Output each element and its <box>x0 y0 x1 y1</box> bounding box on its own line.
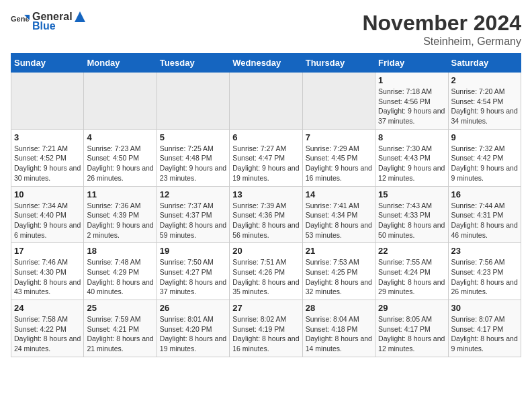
day-cell-10: 10Sunrise: 7:34 AM Sunset: 4:40 PM Dayli… <box>11 186 84 243</box>
day-cell-19: 19Sunrise: 7:50 AM Sunset: 4:27 PM Dayli… <box>157 243 229 300</box>
day-number: 8 <box>378 132 445 142</box>
logo-triangle-icon <box>74 11 86 23</box>
day-cell-1: 1Sunrise: 7:18 AM Sunset: 4:56 PM Daylig… <box>375 73 448 130</box>
day-cell-9: 9Sunrise: 7:32 AM Sunset: 4:42 PM Daylig… <box>448 129 521 186</box>
day-info: Sunrise: 7:59 AM Sunset: 4:21 PM Dayligh… <box>87 314 153 354</box>
day-header-wednesday: Wednesday <box>230 54 302 73</box>
week-row-3: 10Sunrise: 7:34 AM Sunset: 4:40 PM Dayli… <box>11 186 521 243</box>
day-cell-11: 11Sunrise: 7:36 AM Sunset: 4:39 PM Dayli… <box>84 186 157 243</box>
day-cell-30: 30Sunrise: 8:07 AM Sunset: 4:17 PM Dayli… <box>448 300 521 357</box>
day-info: Sunrise: 7:25 AM Sunset: 4:48 PM Dayligh… <box>160 144 226 183</box>
day-info: Sunrise: 7:51 AM Sunset: 4:26 PM Dayligh… <box>232 257 299 297</box>
day-cell-24: 24Sunrise: 7:58 AM Sunset: 4:22 PM Dayli… <box>11 300 84 357</box>
day-number: 14 <box>306 189 372 199</box>
day-info: Sunrise: 7:50 AM Sunset: 4:27 PM Dayligh… <box>160 257 226 297</box>
day-cell-22: 22Sunrise: 7:55 AM Sunset: 4:24 PM Dayli… <box>375 243 448 300</box>
day-number: 18 <box>87 246 153 256</box>
day-info: Sunrise: 7:44 AM Sunset: 4:31 PM Dayligh… <box>451 201 518 240</box>
logo: General General Blue <box>11 11 86 32</box>
day-info: Sunrise: 7:36 AM Sunset: 4:39 PM Dayligh… <box>87 201 153 240</box>
day-info: Sunrise: 8:02 AM Sunset: 4:19 PM Dayligh… <box>232 314 299 354</box>
day-info: Sunrise: 7:43 AM Sunset: 4:33 PM Dayligh… <box>378 201 445 240</box>
day-info: Sunrise: 7:32 AM Sunset: 4:42 PM Dayligh… <box>451 144 518 183</box>
day-cell-5: 5Sunrise: 7:25 AM Sunset: 4:48 PM Daylig… <box>157 129 229 186</box>
day-number: 3 <box>14 132 81 142</box>
day-info: Sunrise: 7:46 AM Sunset: 4:30 PM Dayligh… <box>14 257 81 297</box>
day-number: 16 <box>451 189 518 199</box>
day-cell-21: 21Sunrise: 7:53 AM Sunset: 4:25 PM Dayli… <box>302 243 375 300</box>
empty-cell <box>157 73 229 130</box>
day-number: 1 <box>378 75 445 85</box>
day-number: 23 <box>451 246 518 256</box>
calendar-header: SundayMondayTuesdayWednesdayThursdayFrid… <box>11 54 521 73</box>
calendar-table: SundayMondayTuesdayWednesdayThursdayFrid… <box>11 53 521 357</box>
day-header-tuesday: Tuesday <box>157 54 229 73</box>
day-header-thursday: Thursday <box>302 54 375 73</box>
day-cell-29: 29Sunrise: 8:05 AM Sunset: 4:17 PM Dayli… <box>375 300 448 357</box>
week-row-4: 17Sunrise: 7:46 AM Sunset: 4:30 PM Dayli… <box>11 243 521 300</box>
day-info: Sunrise: 8:04 AM Sunset: 4:18 PM Dayligh… <box>306 314 372 354</box>
day-number: 19 <box>160 246 226 256</box>
day-number: 22 <box>378 246 445 256</box>
day-number: 30 <box>451 303 518 313</box>
day-info: Sunrise: 7:27 AM Sunset: 4:47 PM Dayligh… <box>232 144 299 183</box>
day-info: Sunrise: 7:53 AM Sunset: 4:25 PM Dayligh… <box>306 257 372 297</box>
day-info: Sunrise: 8:05 AM Sunset: 4:17 PM Dayligh… <box>378 314 445 354</box>
day-info: Sunrise: 7:18 AM Sunset: 4:56 PM Dayligh… <box>378 87 445 126</box>
day-number: 7 <box>306 132 372 142</box>
day-cell-6: 6Sunrise: 7:27 AM Sunset: 4:47 PM Daylig… <box>230 129 302 186</box>
day-number: 17 <box>14 246 81 256</box>
day-header-monday: Monday <box>84 54 157 73</box>
logo-icon: General <box>11 12 30 31</box>
day-cell-13: 13Sunrise: 7:39 AM Sunset: 4:36 PM Dayli… <box>230 186 302 243</box>
empty-cell <box>230 73 302 130</box>
day-number: 6 <box>232 132 299 142</box>
empty-cell <box>302 73 375 130</box>
day-number: 26 <box>160 303 226 313</box>
title-area: November 2024 Steinheim, Germany <box>362 11 521 48</box>
day-cell-7: 7Sunrise: 7:29 AM Sunset: 4:45 PM Daylig… <box>302 129 375 186</box>
day-cell-14: 14Sunrise: 7:41 AM Sunset: 4:34 PM Dayli… <box>302 186 375 243</box>
day-number: 9 <box>451 132 518 142</box>
day-number: 21 <box>306 246 372 256</box>
day-cell-25: 25Sunrise: 7:59 AM Sunset: 4:21 PM Dayli… <box>84 300 157 357</box>
day-number: 15 <box>378 189 445 199</box>
day-cell-27: 27Sunrise: 8:02 AM Sunset: 4:19 PM Dayli… <box>230 300 302 357</box>
calendar-body: 1Sunrise: 7:18 AM Sunset: 4:56 PM Daylig… <box>11 73 521 357</box>
day-number: 5 <box>160 132 226 142</box>
day-info: Sunrise: 8:01 AM Sunset: 4:20 PM Dayligh… <box>160 314 226 354</box>
day-number: 13 <box>232 189 299 199</box>
day-cell-28: 28Sunrise: 8:04 AM Sunset: 4:18 PM Dayli… <box>302 300 375 357</box>
day-cell-2: 2Sunrise: 7:20 AM Sunset: 4:54 PM Daylig… <box>448 73 521 130</box>
day-header-sunday: Sunday <box>11 54 84 73</box>
day-info: Sunrise: 7:56 AM Sunset: 4:23 PM Dayligh… <box>451 257 518 297</box>
day-info: Sunrise: 7:23 AM Sunset: 4:50 PM Dayligh… <box>87 144 153 183</box>
week-row-2: 3Sunrise: 7:21 AM Sunset: 4:52 PM Daylig… <box>11 129 521 186</box>
day-cell-15: 15Sunrise: 7:43 AM Sunset: 4:33 PM Dayli… <box>375 186 448 243</box>
day-number: 11 <box>87 189 153 199</box>
day-cell-8: 8Sunrise: 7:30 AM Sunset: 4:43 PM Daylig… <box>375 129 448 186</box>
day-info: Sunrise: 7:41 AM Sunset: 4:34 PM Dayligh… <box>306 201 372 240</box>
day-number: 29 <box>378 303 445 313</box>
day-number: 12 <box>160 189 226 199</box>
empty-cell <box>11 73 84 130</box>
day-info: Sunrise: 7:37 AM Sunset: 4:37 PM Dayligh… <box>160 201 226 240</box>
day-number: 25 <box>87 303 153 313</box>
days-of-week-row: SundayMondayTuesdayWednesdayThursdayFrid… <box>11 54 521 73</box>
day-info: Sunrise: 7:20 AM Sunset: 4:54 PM Dayligh… <box>451 87 518 126</box>
day-number: 10 <box>14 189 81 199</box>
day-cell-12: 12Sunrise: 7:37 AM Sunset: 4:37 PM Dayli… <box>157 186 229 243</box>
day-cell-20: 20Sunrise: 7:51 AM Sunset: 4:26 PM Dayli… <box>230 243 302 300</box>
day-number: 20 <box>232 246 299 256</box>
day-number: 28 <box>306 303 372 313</box>
day-info: Sunrise: 7:29 AM Sunset: 4:45 PM Dayligh… <box>306 144 372 183</box>
day-info: Sunrise: 7:34 AM Sunset: 4:40 PM Dayligh… <box>14 201 81 240</box>
day-cell-16: 16Sunrise: 7:44 AM Sunset: 4:31 PM Dayli… <box>448 186 521 243</box>
week-row-5: 24Sunrise: 7:58 AM Sunset: 4:22 PM Dayli… <box>11 300 521 357</box>
day-cell-17: 17Sunrise: 7:46 AM Sunset: 4:30 PM Dayli… <box>11 243 84 300</box>
day-info: Sunrise: 7:39 AM Sunset: 4:36 PM Dayligh… <box>232 201 299 240</box>
day-number: 2 <box>451 75 518 85</box>
day-number: 24 <box>14 303 81 313</box>
location-title: Steinheim, Germany <box>362 36 521 48</box>
header: General General Blue November 2024 Stein… <box>11 11 521 48</box>
